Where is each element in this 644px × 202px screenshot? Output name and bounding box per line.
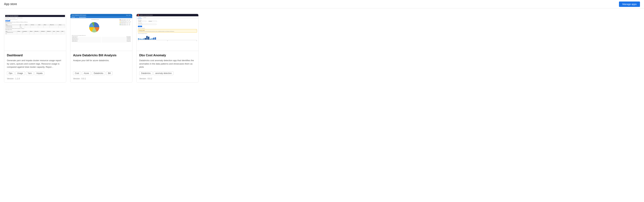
app-tags-dashboard: Ops Usage Yarn Impala <box>7 72 63 75</box>
tag-ops: Ops <box>7 72 14 75</box>
app-card-body-dbx: Dbx Cost Anomaly Databricks cost anomaly… <box>136 51 198 82</box>
app-title-dashboard: Dashboard <box>7 54 63 57</box>
app-description-dbx: Databricks cost anomaly detection app th… <box>139 59 196 69</box>
app-description-dashboard: Generate yarn and impala cluster resourc… <box>7 59 63 69</box>
app-description-azure: Analyse your bill for azure databricks. <box>73 59 130 69</box>
app-title-dbx: Dbx Cost Anomaly <box>139 54 196 57</box>
app-version-dashboard: Version : 1.1.0 <box>7 78 63 80</box>
app-screenshot-dbx: U Databricks Cost Anomaly Detection Anal… <box>136 14 198 51</box>
app-screenshot-dashboard: unravel Executive Dashboard Report Range… <box>4 14 66 51</box>
tag-usage: Usage <box>15 72 25 75</box>
app-card-dashboard: unravel Executive Dashboard Report Range… <box>4 14 66 83</box>
app-grid: unravel Executive Dashboard Report Range… <box>0 8 644 88</box>
app-tags-azure: Cost Azure Databricks Bill <box>73 72 130 75</box>
tag-anomaly-detection: anomaly detection <box>154 72 174 75</box>
tag-azure: Azure <box>82 72 91 75</box>
tag-databricks-dbx: Databricks <box>139 72 152 75</box>
app-card-body-azure: Azure Databricks Bill Analysis Analyse y… <box>70 51 132 82</box>
app-version-azure: Version : 0.0.1 <box>73 78 130 80</box>
app-title-azure: Azure Databricks Bill Analysis <box>73 54 130 57</box>
page-header: App store Manage apps <box>0 0 644 8</box>
app-version-dbx: Version : 0.0.2 <box>139 78 196 80</box>
manage-apps-button[interactable]: Manage apps <box>619 2 640 7</box>
tag-bill: Bill <box>106 72 112 75</box>
app-card-body-dashboard: Dashboard Generate yarn and impala clust… <box>4 51 66 82</box>
tag-cost: Cost <box>73 72 81 75</box>
app-screenshot-azure: Azure Databricks Bill Analysis Page 1 | … <box>70 14 132 51</box>
tag-databricks: Databricks <box>92 72 105 75</box>
tag-impala: Impala <box>34 72 44 75</box>
tag-yarn: Yarn <box>26 72 34 75</box>
app-card-azure: Azure Databricks Bill Analysis Page 1 | … <box>70 14 132 83</box>
app-tags-dbx: Databricks anomaly detection <box>139 72 196 75</box>
page-title: App store <box>4 2 17 6</box>
app-card-dbx: U Databricks Cost Anomaly Detection Anal… <box>136 14 198 83</box>
